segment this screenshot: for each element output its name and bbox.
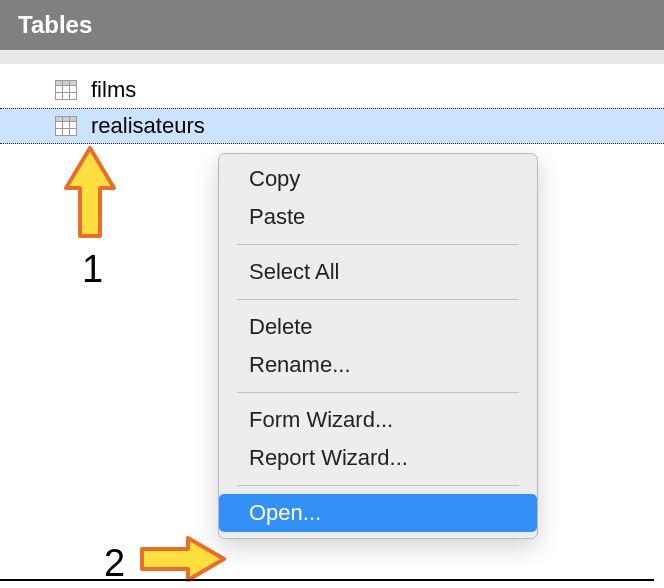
annotation-arrow-up: [62, 146, 118, 241]
menu-item-report-wizard[interactable]: Report Wizard...: [219, 439, 537, 477]
table-name: realisateurs: [91, 113, 205, 139]
annotation-step-1: 1: [82, 248, 103, 291]
table-row[interactable]: realisateurs: [0, 108, 664, 144]
table-row[interactable]: films: [0, 72, 664, 108]
menu-item-open[interactable]: Open...: [219, 494, 537, 532]
menu-item-rename[interactable]: Rename...: [219, 346, 537, 384]
svg-rect-6: [56, 117, 77, 122]
panel-gutter: [0, 50, 664, 64]
menu-item-select-all[interactable]: Select All: [219, 253, 537, 291]
table-list: films realisateurs: [0, 64, 664, 144]
menu-item-form-wizard[interactable]: Form Wizard...: [219, 401, 537, 439]
menu-separator: [237, 485, 519, 486]
menu-separator: [237, 299, 519, 300]
svg-rect-1: [56, 81, 77, 86]
table-icon: [55, 80, 77, 100]
menu-item-copy[interactable]: Copy: [219, 160, 537, 198]
menu-item-paste[interactable]: Paste: [219, 198, 537, 236]
panel-header: Tables: [0, 0, 664, 50]
menu-separator: [237, 392, 519, 393]
context-menu: Copy Paste Select All Delete Rename... F…: [218, 153, 538, 539]
menu-item-delete[interactable]: Delete: [219, 308, 537, 346]
menu-separator: [237, 244, 519, 245]
panel-title: Tables: [18, 11, 92, 39]
bottom-rule: [0, 579, 654, 581]
table-name: films: [91, 77, 136, 103]
annotation-arrow-right: [138, 534, 226, 584]
table-icon: [55, 116, 77, 136]
